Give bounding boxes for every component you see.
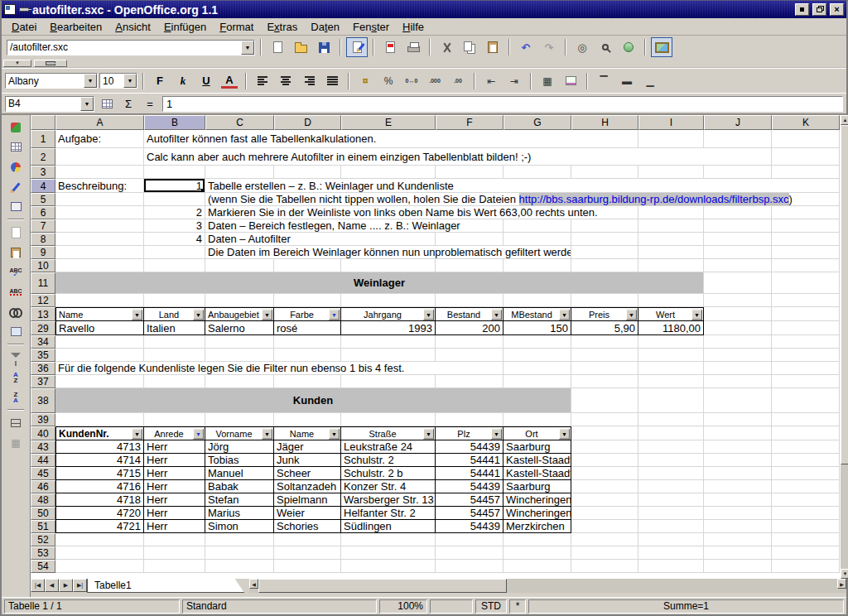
cell[interactable] [341,259,436,272]
cell[interactable] [571,560,638,573]
cell[interactable] [704,219,772,233]
row-header[interactable]: 29 [31,321,55,335]
cell[interactable] [571,533,638,546]
column-header[interactable]: H [571,115,638,130]
autofilter-dropdown-icon[interactable] [626,309,637,320]
cell[interactable]: 4721 [55,520,144,533]
font-name-combo[interactable]: ▼ [5,73,98,89]
horizontal-scrollbar[interactable]: ◀ ▶ [249,579,846,593]
row-header[interactable]: 51 [31,520,55,533]
first-sheet-icon[interactable]: |◀ [31,579,45,592]
italic-button[interactable]: k [172,71,194,91]
cell[interactable] [638,294,704,307]
row-header[interactable]: 35 [31,349,55,362]
increase-indent-icon[interactable]: ⇥ [504,71,525,91]
autofilter-dropdown-icon[interactable] [491,309,502,320]
align-bottom-icon[interactable]: ▁ [639,71,661,91]
cell[interactable] [772,546,840,560]
cell[interactable] [504,375,571,388]
filter-header-cell[interactable]: Preis [571,307,638,321]
cell[interactable] [571,246,638,259]
cell[interactable] [504,166,571,179]
function-icon[interactable]: = [141,95,159,112]
font-color-button[interactable]: A [219,71,240,91]
cell[interactable]: Aufgabe: [55,130,144,148]
align-center-icon[interactable] [275,71,296,91]
draw-functions-icon[interactable] [5,177,26,196]
cell[interactable] [704,272,772,294]
last-sheet-icon[interactable]: ▶| [73,579,87,592]
cell[interactable] [144,560,205,573]
download-hyperlink[interactable]: http://bbs.saarburg.bildung-rp.de/downlo… [519,193,789,205]
cell[interactable] [504,259,571,272]
cell[interactable] [55,375,144,388]
zoom-icon[interactable] [595,37,616,57]
cell[interactable] [55,259,144,272]
cell[interactable]: 3 [144,219,205,233]
filter-header-cell[interactable]: Name [55,307,144,321]
column-header[interactable]: B [144,115,205,130]
autofilter-dropdown-icon[interactable] [559,309,570,320]
horizontal-scroll-thumb[interactable] [258,579,507,593]
cell[interactable]: Stefan [205,493,274,507]
select-all-corner[interactable] [31,115,55,130]
row-header[interactable]: 52 [31,533,55,546]
vertical-scrollbar[interactable]: ▲ ▼ [840,115,848,579]
cell[interactable] [341,533,436,546]
find-replace-icon[interactable] [5,302,26,321]
row-header[interactable]: 7 [31,219,55,233]
column-header[interactable]: K [772,115,840,130]
autofilter-dropdown-icon[interactable] [491,428,502,439]
cell[interactable]: 4714 [55,454,144,467]
row-header[interactable]: 38 [31,388,55,413]
cell[interactable] [638,166,704,179]
cell[interactable]: Warsberger Str. 13 [341,493,436,507]
cell[interactable] [144,349,205,362]
minimize-button[interactable] [795,3,809,16]
filter-header-cell[interactable]: Wert [638,307,704,321]
filter-header-cell[interactable]: Name [274,426,341,440]
active-cell[interactable]: 1 [144,179,205,193]
autofilter-dropdown-icon[interactable] [193,428,204,439]
cell[interactable]: Wincheringen [504,507,571,520]
cell[interactable] [436,233,504,246]
new-document-icon[interactable] [267,37,288,57]
cell[interactable] [436,349,504,362]
undo-icon[interactable]: ↶ [515,37,537,57]
input-line[interactable]: 1 [162,96,843,112]
export-pdf-icon[interactable] [379,37,401,57]
cell[interactable]: Schories [274,520,341,533]
cell[interactable] [638,440,704,454]
cell[interactable] [571,362,638,375]
font-size-combo[interactable]: ▼ [99,73,137,89]
autofilter-dropdown-icon[interactable] [329,428,340,439]
cell[interactable] [205,166,274,179]
cell[interactable]: Herr [144,507,205,520]
cell[interactable]: Für die folgende Kundenliste legen Sie d… [55,362,504,375]
cell[interactable] [571,335,638,349]
selection-mode[interactable]: STD [475,599,507,614]
row-header[interactable]: 46 [31,480,55,493]
cell[interactable] [638,560,704,573]
filter-header-cell[interactable]: Ort [504,426,571,440]
cell[interactable] [772,219,840,233]
cell[interactable]: 4716 [55,480,144,493]
cell[interactable] [436,560,504,573]
cell[interactable] [55,546,144,560]
cell[interactable] [55,193,144,206]
cell[interactable]: 4720 [55,507,144,520]
cell[interactable] [144,413,205,426]
row-header[interactable]: 36 [31,362,55,375]
cell[interactable] [144,259,205,272]
cell[interactable] [638,233,704,246]
filter-header-cell[interactable]: Farbe [274,307,341,321]
cell[interactable] [704,206,772,219]
row-header[interactable]: 11 [31,272,55,294]
cell[interactable] [772,480,840,493]
cell[interactable] [772,362,840,375]
column-header[interactable]: A [55,115,144,130]
cell[interactable] [205,533,274,546]
cell[interactable]: Marius [205,507,274,520]
cell[interactable]: 2 [144,206,205,219]
cell[interactable]: Autofilter können fast alle Tabellenkalk… [144,130,638,148]
